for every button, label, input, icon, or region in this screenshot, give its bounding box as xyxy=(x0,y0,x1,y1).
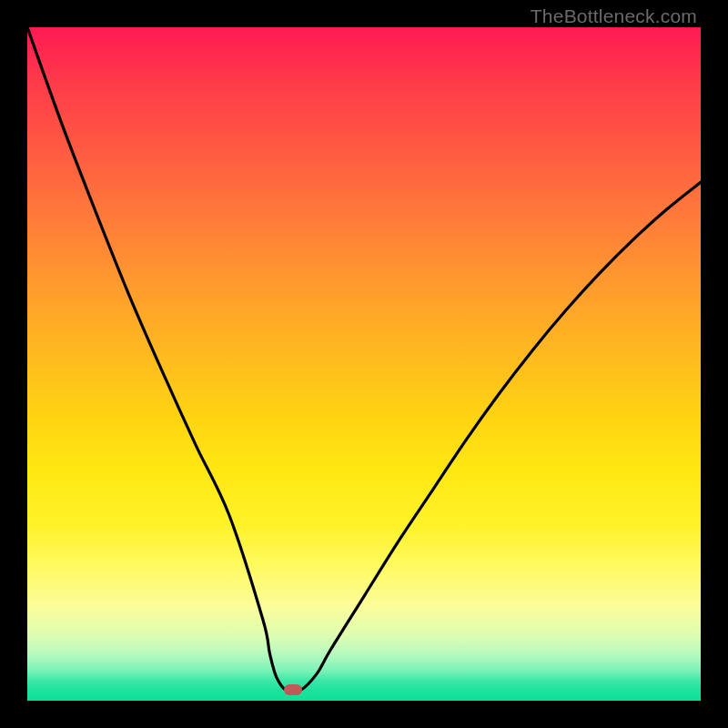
curve-layer xyxy=(27,27,701,701)
bottleneck-curve xyxy=(27,27,701,693)
watermark-text: TheBottleneck.com xyxy=(531,5,697,27)
chart-frame: TheBottleneck.com xyxy=(0,0,728,728)
plot-area xyxy=(27,27,701,701)
optimal-point-marker xyxy=(284,684,302,695)
